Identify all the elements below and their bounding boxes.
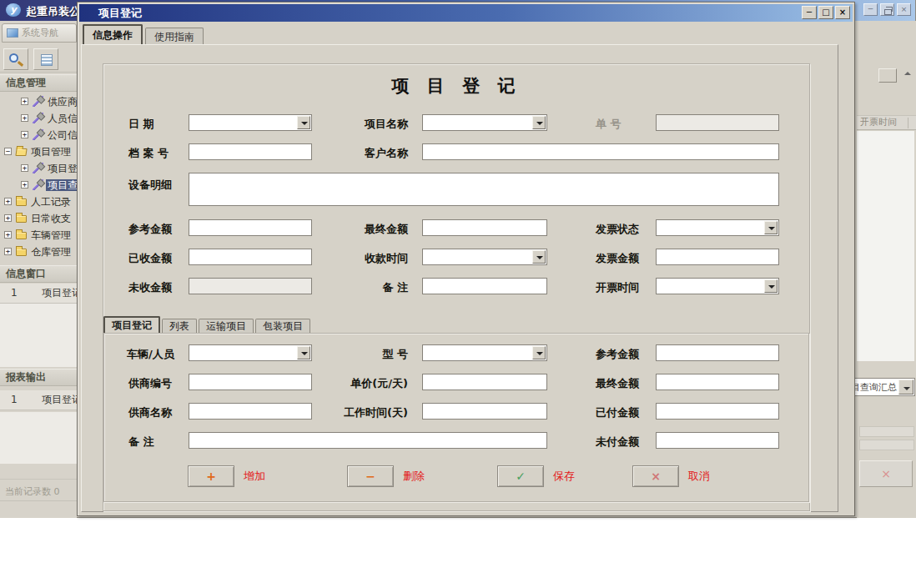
list-view-button[interactable]	[33, 48, 58, 70]
date-label: 日 期	[128, 117, 154, 132]
tree-item-project-mgmt[interactable]: − 项目管理	[0, 143, 77, 160]
supplier-no-field[interactable]	[189, 374, 312, 390]
cancel-button[interactable]: ×	[632, 465, 679, 487]
project-name-input[interactable]	[423, 115, 532, 130]
minimize-icon[interactable]: ─	[802, 6, 817, 19]
sub-remark-field[interactable]	[189, 432, 547, 449]
field-strip	[859, 440, 914, 450]
date-combo[interactable]	[189, 114, 312, 131]
right-panel: 开票时间 项目查询汇总 ×	[857, 21, 916, 518]
tree-item-personnel-info[interactable]: + 人员信息	[0, 110, 77, 127]
expand-icon[interactable]: +	[4, 198, 12, 205]
sub-remark-label: 备 注	[128, 435, 154, 450]
chevron-down-icon[interactable]	[764, 279, 778, 293]
unit-price-field[interactable]	[422, 374, 547, 390]
paid-amount-label: 已付金额	[596, 405, 639, 420]
invoice-time-input[interactable]	[657, 279, 764, 294]
receive-time-input[interactable]	[423, 249, 532, 264]
save-button[interactable]: ✓	[497, 465, 544, 487]
invoice-time-combo[interactable]	[656, 278, 779, 294]
dialog-controls: ─ □ ×	[802, 6, 850, 19]
tab-info-operation[interactable]: 信息操作	[83, 24, 143, 45]
vehicle-person-label: 车辆/人员	[127, 347, 174, 362]
model-combo[interactable]	[422, 344, 547, 361]
collapse-icon[interactable]: −	[4, 148, 12, 155]
equipment-detail-field[interactable]	[189, 173, 779, 206]
subtab-list[interactable]: 列表	[162, 319, 197, 334]
sidebar: 系统导航 信息管理 + 供应商信息 + 人员信息 +	[0, 21, 77, 518]
info-window-item[interactable]: 1 项目登记	[0, 284, 77, 304]
app-logo-icon: y	[6, 3, 21, 17]
tree-item-vehicle-mgmt[interactable]: + 车辆管理	[0, 227, 77, 244]
collapse-panel-button[interactable]	[878, 68, 897, 83]
tab-system-nav[interactable]: 系统导航	[2, 23, 77, 43]
delete-button[interactable]: −	[347, 465, 394, 487]
unpaid-amount-field[interactable]	[656, 432, 779, 449]
report-output-item[interactable]: 1 项目登记	[0, 390, 77, 410]
customer-name-field[interactable]	[422, 143, 779, 160]
close-icon[interactable]: ×	[897, 3, 911, 16]
add-button[interactable]: +	[188, 465, 234, 487]
tree-item-supplier-info[interactable]: + 供应商信息	[0, 93, 77, 110]
tree-item-daily-expense[interactable]: + 日常收支	[0, 210, 77, 227]
vehicle-person-combo[interactable]	[189, 344, 312, 361]
invoice-amount-field[interactable]	[656, 249, 779, 265]
expand-icon[interactable]: +	[4, 231, 12, 239]
ref-amount-field[interactable]	[189, 219, 312, 236]
sub-final-amount-field[interactable]	[656, 374, 779, 390]
tab-user-guide[interactable]: 使用指南	[145, 28, 204, 45]
ref-amount-label: 参考金额	[128, 222, 172, 237]
chevron-down-icon[interactable]	[532, 116, 546, 129]
tree-item-project-query[interactable]: + 项目查询	[0, 177, 77, 193]
project-name-combo[interactable]	[422, 114, 547, 131]
sub-ref-amount-field[interactable]	[656, 344, 779, 361]
chevron-down-icon[interactable]	[532, 250, 546, 264]
maximize-icon[interactable]: □	[818, 6, 833, 19]
remark-field[interactable]	[422, 278, 547, 294]
expand-icon[interactable]: +	[21, 114, 28, 122]
project-name-label: 项目名称	[304, 117, 408, 132]
invoice-status-combo[interactable]	[656, 219, 779, 236]
subtab-transport[interactable]: 运输项目	[199, 319, 254, 334]
invoice-status-input[interactable]	[657, 220, 764, 235]
expand-icon[interactable]: +	[21, 98, 28, 105]
subtab-packing[interactable]: 包装项目	[255, 319, 310, 334]
received-amount-field[interactable]	[189, 249, 312, 265]
work-days-field[interactable]	[422, 403, 547, 420]
date-input[interactable]	[189, 115, 297, 130]
supplier-name-field[interactable]	[189, 403, 312, 420]
chevron-down-icon[interactable]	[764, 221, 778, 234]
expand-icon[interactable]: +	[4, 248, 12, 255]
receive-time-combo[interactable]	[422, 249, 547, 265]
tool-icon	[33, 163, 43, 173]
final-amount-field[interactable]	[422, 219, 547, 236]
minimize-icon[interactable]: ─	[863, 3, 878, 16]
restore-icon[interactable]	[880, 3, 894, 16]
grid-column-header[interactable]: 开票时间	[857, 115, 916, 130]
vehicle-person-input[interactable]	[189, 345, 297, 360]
tree-item-company-info[interactable]: + 公司信息	[0, 127, 77, 143]
unpaid-amount-label: 未付金额	[596, 435, 639, 450]
tree-item-project-register[interactable]: + 项目登记	[0, 160, 77, 177]
sub-ref-amount-label: 参考金额	[596, 347, 639, 362]
tool-icon	[33, 129, 43, 140]
model-input[interactable]	[423, 345, 532, 360]
expand-icon[interactable]: +	[4, 214, 12, 222]
search-button[interactable]	[3, 48, 28, 70]
expand-icon[interactable]: +	[21, 164, 28, 172]
tree-item-warehouse-mgmt[interactable]: + 仓库管理	[0, 244, 77, 260]
chevron-down-icon[interactable]	[898, 379, 913, 395]
tree-item-labor-records[interactable]: + 人工记录	[0, 193, 77, 210]
close-icon[interactable]: ×	[835, 6, 850, 19]
report-output-list	[0, 412, 77, 464]
sub-final-amount-label: 最终金额	[596, 376, 639, 391]
tool-icon	[33, 96, 43, 107]
subtab-project-register[interactable]: 项目登记	[103, 316, 160, 334]
paid-amount-field[interactable]	[656, 403, 779, 420]
file-no-field[interactable]	[189, 143, 312, 160]
chevron-down-icon[interactable]	[532, 346, 546, 359]
receive-time-label: 收款时间	[304, 251, 408, 266]
expand-icon[interactable]: +	[21, 181, 28, 188]
close-report-button[interactable]: ×	[859, 460, 913, 487]
expand-icon[interactable]: +	[21, 131, 28, 138]
